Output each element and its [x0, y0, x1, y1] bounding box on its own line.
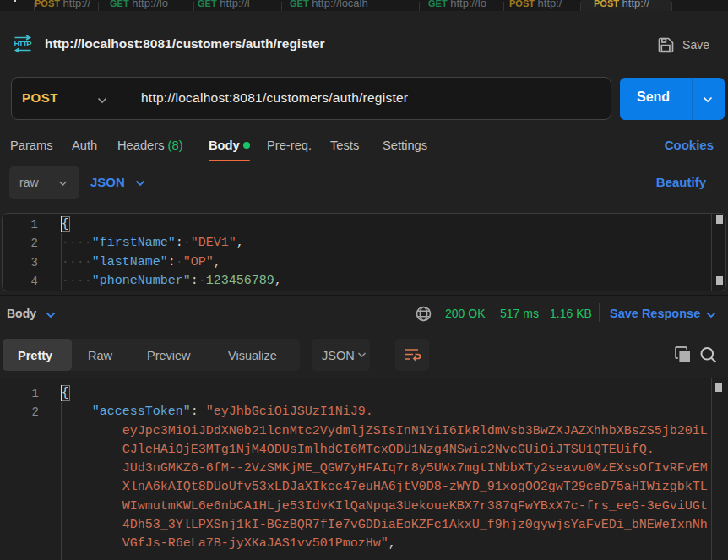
- svg-text:HTTP: HTTP: [14, 39, 33, 48]
